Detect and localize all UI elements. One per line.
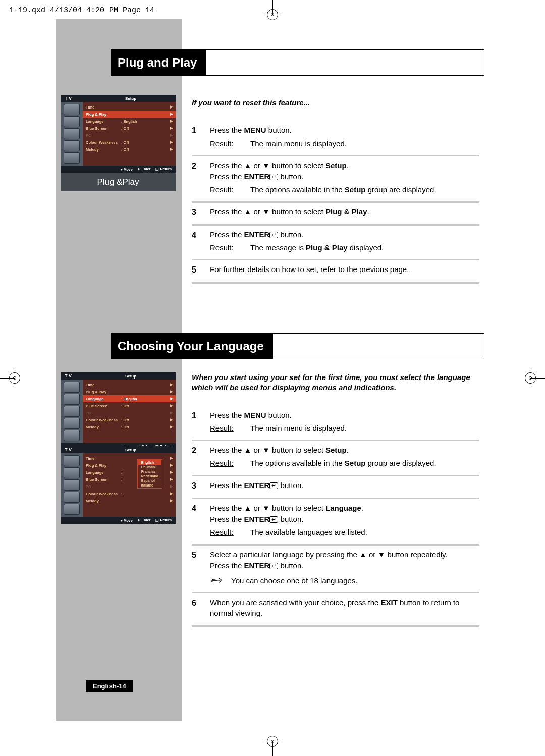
osd-menu-row: Melody: Off▶: [83, 423, 176, 430]
osd-tv-label: T V: [61, 373, 86, 379]
result-text: The main menu is displayed.: [250, 139, 479, 149]
step-text: Press the ▲ or ▼ button to select Setup.: [210, 160, 479, 171]
osd-hint-return: ◫ Return: [155, 167, 172, 171]
osd-plug-and-play-popup: Plug &Play: [61, 173, 176, 191]
osd-menu-row: Plug & Play▶: [83, 388, 176, 395]
osd-icon: [64, 406, 80, 417]
instruction-step: 1Press the MENU button.Result:The main m…: [192, 406, 479, 442]
osd-hint-enter: ↵ Enter: [138, 167, 151, 171]
result-text: The available languages are listed.: [250, 527, 479, 537]
osd-menu-row: Melody▶: [83, 497, 176, 504]
crop-mark-left: [0, 368, 20, 388]
osd-icon: [64, 152, 80, 164]
instruction-step: 5For further details on how to set, refe…: [192, 260, 479, 283]
osd-section-label: Setup: [86, 96, 176, 101]
osd-icon: [64, 116, 80, 127]
instruction-step: 6When you are satisfied with your choice…: [192, 593, 479, 627]
osd-tv-label: T V: [61, 96, 86, 101]
step-number: 4: [192, 503, 210, 538]
result-label: Result:: [210, 527, 250, 537]
step-number: 5: [192, 550, 210, 586]
osd-section-label: Setup: [86, 448, 176, 452]
osd-menu-row: Colour Weakness:▶: [83, 490, 176, 497]
result-label: Result:: [210, 423, 250, 434]
osd-hint-enter: ↵ Enter: [138, 518, 151, 522]
osd-icon: [64, 418, 80, 429]
step-number: 3: [192, 480, 210, 492]
instruction-step: 3Press the ENTER↵ button.: [192, 476, 479, 499]
instructions-plug-and-play: If you want to reset this feature... 1Pr…: [192, 98, 479, 284]
crop-mark-bottom: [262, 736, 283, 756]
step-number: 3: [192, 207, 210, 218]
osd-language-option: Deutsch: [138, 465, 161, 469]
osd-icon: [64, 382, 80, 393]
step-number: 1: [192, 410, 210, 434]
instruction-step: 4Press the ▲ or ▼ button to select Langu…: [192, 499, 479, 546]
osd-menu-row: Plug & Play▶: [83, 111, 176, 118]
osd-bottom-bar: ♦ Move ↵ Enter ◫ Return: [61, 166, 176, 173]
step-text: Press the ▲ or ▼ button to select Setup.: [210, 445, 479, 455]
step-number: 2: [192, 445, 210, 469]
osd-menu-row: Melody: Off▶: [83, 146, 176, 153]
osd-language-option: English: [138, 460, 161, 465]
osd-menu-row: Time▶: [83, 381, 176, 388]
crop-mark-top: [262, 0, 283, 20]
osd-section-label: Setup: [86, 374, 176, 379]
section-title: Plug and Play: [112, 50, 206, 75]
instruction-step: 2Press the ▲ or ▼ button to select Setup…: [192, 441, 479, 476]
step-text: Press the MENU button.: [210, 410, 479, 420]
section-header-language: Choosing Your Language: [111, 333, 484, 359]
step-text: Press the ENTER↵ button.: [210, 172, 479, 182]
step-text: When you are satisfied with your choice,…: [210, 598, 479, 618]
osd-menu-row: PC▶: [83, 132, 176, 139]
result-text: The options available in the Setup group…: [250, 458, 479, 468]
osd-icon: [64, 430, 80, 441]
osd-menu-row: Colour Weakness: Off▶: [83, 416, 176, 423]
osd-language-popup: EnglishDeutschFranciasNederlandEspanolIt…: [137, 459, 162, 489]
step-text: For further details on how to set, refer…: [210, 264, 479, 275]
osd-menu-row: Colour Weakness: Off▶: [83, 139, 176, 146]
osd-hint-move: ♦ Move: [121, 168, 132, 171]
osd-menu: Time▶Plug & Play▶Language: English▶Blue …: [83, 380, 176, 443]
osd-language-option: Nederland: [138, 474, 161, 478]
step-number: 6: [192, 598, 210, 619]
osd-hint-move: ♦ Move: [121, 519, 132, 522]
step-number: 2: [192, 160, 210, 195]
osd-category-icons: [61, 453, 83, 517]
instruction-step: 4Press the ENTER↵ button.Result:The mess…: [192, 226, 479, 261]
instruction-step: 1Press the MENU button.Result:The main m…: [192, 121, 479, 156]
osd-icon: [64, 394, 80, 405]
osd-setup-language: T V Setup Time▶Plug & Play▶Language: Eng…: [61, 372, 176, 450]
osd-icon: [64, 467, 80, 478]
osd-icon: [64, 455, 80, 466]
osd-menu-row: Language: English▶: [83, 118, 176, 125]
osd-menu-row: Blue Screen: Off▶: [83, 125, 176, 132]
section-title: Choosing Your Language: [112, 334, 273, 359]
step-text: Press the ENTER↵ button.: [210, 561, 479, 571]
step-number: 1: [192, 125, 210, 149]
step-text: Press the ENTER↵ button.: [210, 514, 479, 524]
osd-category-icons: [61, 102, 83, 166]
osd-bottom-bar: ♦ Move ↵ Enter ◫ Return: [61, 517, 176, 524]
step-text: Press the MENU button.: [210, 125, 479, 135]
osd-menu-row: Blue Screen: Off▶: [83, 402, 176, 409]
osd-icon: [64, 504, 80, 515]
osd-icon: [64, 104, 80, 115]
section-header-plug-and-play: Plug and Play: [111, 49, 484, 76]
step-text: Press the ▲ or ▼ button to select Langua…: [210, 503, 479, 513]
osd-menu-row: Language: English▶: [83, 395, 176, 402]
note-text: You can choose one of 18 languages.: [231, 576, 358, 586]
osd-hint-return: ◫ Return: [155, 518, 172, 522]
osd-language-option: Italiano: [138, 483, 161, 488]
result-text: The message is Plug & Play displayed.: [250, 243, 479, 253]
osd-icon: [64, 479, 80, 491]
step-text: Press the ▲ or ▼ button to select Plug &…: [210, 207, 479, 217]
page-footer: English-14: [86, 680, 133, 692]
step-number: 5: [192, 264, 210, 276]
osd-setup-plug-and-play: T V Setup Time▶Plug & Play▶Language: Eng…: [61, 95, 176, 173]
osd-language-option: Espanol: [138, 478, 161, 483]
instruction-step: 2Press the ▲ or ▼ button to select Setup…: [192, 156, 479, 203]
osd-menu-row: PC▶: [83, 409, 176, 416]
instruction-step: 5Select a particular language by pressin…: [192, 546, 479, 594]
osd-category-icons: [61, 380, 83, 443]
